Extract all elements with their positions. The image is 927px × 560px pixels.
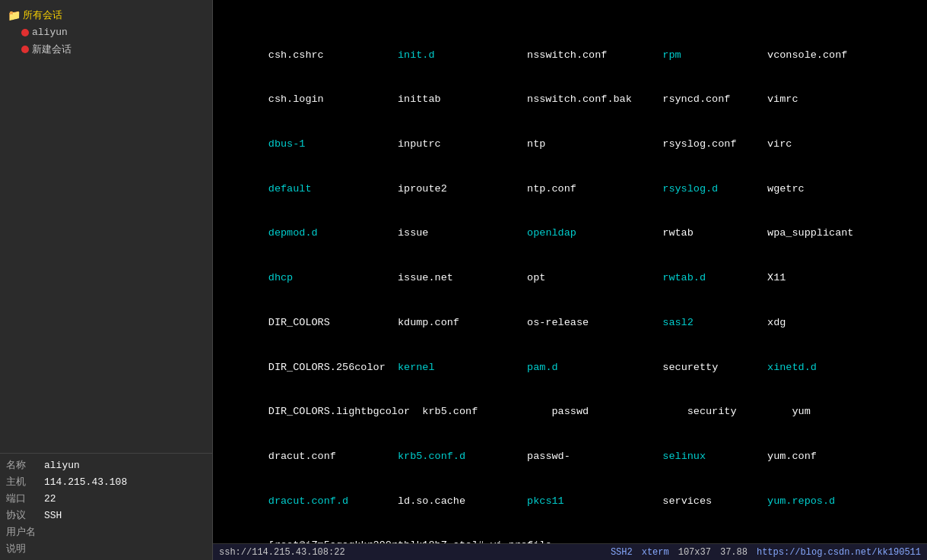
- host-label: 主机: [6, 475, 44, 489]
- name-value: aliyun: [44, 460, 206, 471]
- status-bar: ssh://114.215.43.108:22 SSH2 xterm 107x3…: [213, 543, 927, 560]
- prop-name: 名称 aliyun: [0, 457, 212, 473]
- folder-icon: 📁: [8, 9, 20, 21]
- terminal[interactable]: csh.cshrc init.d nsswitch.conf rpm vcons…: [213, 0, 927, 543]
- protocol-value: SSH: [44, 510, 206, 521]
- ls-output-row7: DIR_COLORS kdump.conf os-release sasl2 x…: [219, 300, 921, 345]
- ls-output-row5: depmod.d issue openldap rwtab wpa_suppli…: [219, 211, 921, 256]
- terminal-size: 107x37: [678, 547, 711, 558]
- connection-info: ssh://114.215.43.108:22: [219, 547, 345, 558]
- all-sessions-label: 所有会话: [23, 8, 62, 22]
- session-aliyun-label: aliyun: [32, 27, 68, 38]
- session-dot-aliyun: [21, 29, 29, 36]
- terminal-val: 37.88: [720, 547, 748, 558]
- sidebar-item-aliyun[interactable]: aliyun: [3, 24, 209, 40]
- prop-host: 主机 114.215.43.108: [0, 473, 212, 490]
- ls-output-row1: csh.cshrc init.d nsswitch.conf rpm vcons…: [219, 33, 921, 78]
- terminal-content: csh.cshrc init.d nsswitch.conf rpm vcons…: [219, 33, 921, 543]
- sidebar-header: 📁 所有会话: [3, 6, 209, 24]
- main-area: csh.cshrc init.d nsswitch.conf rpm vcons…: [213, 0, 927, 560]
- ls-output-row6: dhcp issue.net opt rwtab.d X11: [219, 256, 921, 301]
- ls-output-row4: default iproute2 ntp.conf rsyslog.d wget…: [219, 166, 921, 211]
- status-left: ssh://114.215.43.108:22: [219, 547, 345, 558]
- ls-output-row3: dbus-1 inputrc ntp rsyslog.conf virc: [219, 122, 921, 167]
- csdn-url: https://blog.csdn.net/kk190511: [757, 547, 921, 558]
- username-label: 用户名: [6, 525, 44, 539]
- prop-username: 用户名: [0, 524, 212, 540]
- new-session-label: 新建会话: [32, 43, 71, 56]
- port-value: 22: [44, 493, 206, 505]
- properties-panel: 名称 aliyun 主机 114.215.43.108 端口 22 协议 SSH…: [0, 453, 212, 560]
- host-value: 114.215.43.108: [44, 476, 206, 488]
- ls-output-row8: DIR_COLORS.256color kernel pam.d securet…: [219, 345, 921, 390]
- protocol-xterm: xterm: [642, 547, 669, 558]
- ls-output-row9: DIR_COLORS.lightbgcolor krb5.conf passwd…: [219, 390, 921, 435]
- protocol-label: 协议: [6, 508, 44, 522]
- ls-output-row11: dracut.conf.d ld.so.cache pkcs11 service…: [219, 479, 921, 524]
- desc-label: 说明: [6, 542, 44, 555]
- name-label: 名称: [6, 458, 44, 472]
- prop-desc: 说明: [0, 540, 212, 557]
- port-label: 端口: [6, 492, 44, 505]
- cmd-vi-profile: [root@iZm5egagkkr290rthlk18hZ etc]# vi p…: [219, 524, 921, 543]
- sidebar: 📁 所有会话 aliyun 新建会话 名称 aliyun 主机 114.215.…: [0, 0, 213, 560]
- sidebar-tree: 📁 所有会话 aliyun 新建会话: [0, 0, 212, 453]
- ls-output-row10: dracut.conf krb5.conf.d passwd- selinux …: [219, 434, 921, 479]
- prop-port: 端口 22: [0, 490, 212, 507]
- prop-protocol: 协议 SSH: [0, 507, 212, 524]
- session-dot-new: [21, 46, 29, 53]
- status-right: SSH2 xterm 107x37 37.88 https://blog.csd…: [611, 547, 921, 558]
- protocol-ssh2: SSH2: [611, 547, 633, 558]
- ls-output-row2: csh.login inittab nsswitch.conf.bak rsyn…: [219, 78, 921, 122]
- sidebar-item-new-session[interactable]: 新建会话: [3, 40, 209, 59]
